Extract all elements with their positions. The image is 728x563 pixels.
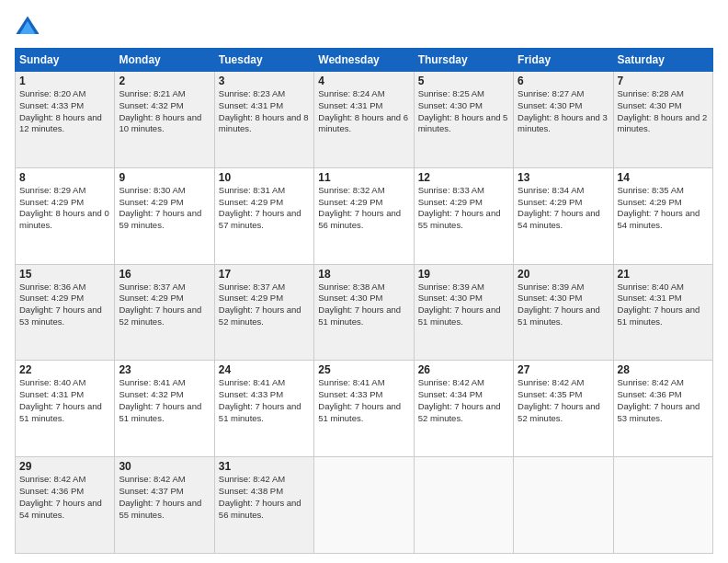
day-number: 3: [219, 75, 310, 87]
calendar-cell: 16 Sunrise: 8:37 AMSunset: 4:29 PMDaylig…: [115, 264, 214, 361]
calendar-cell: 19 Sunrise: 8:39 AMSunset: 4:30 PMDaylig…: [414, 264, 513, 361]
day-info: Sunrise: 8:42 AMSunset: 4:34 PMDaylight:…: [418, 377, 509, 424]
calendar-cell: 18 Sunrise: 8:38 AMSunset: 4:30 PMDaylig…: [314, 264, 414, 361]
day-info: Sunrise: 8:42 AMSunset: 4:37 PMDaylight:…: [119, 474, 210, 521]
day-number: 18: [318, 268, 409, 281]
day-number: 13: [518, 171, 609, 184]
calendar-cell: 21 Sunrise: 8:40 AMSunset: 4:31 PMDaylig…: [613, 264, 712, 361]
day-info: Sunrise: 8:37 AMSunset: 4:29 PMDaylight:…: [219, 282, 310, 328]
day-number: 2: [119, 75, 210, 87]
calendar-cell: 8 Sunrise: 8:29 AMSunset: 4:29 PMDayligh…: [16, 167, 115, 264]
calendar-cell: 14 Sunrise: 8:35 AMSunset: 4:29 PMDaylig…: [613, 167, 712, 264]
calendar-header-row: SundayMondayTuesdayWednesdayThursdayFrid…: [16, 49, 713, 72]
day-info: Sunrise: 8:28 AMSunset: 4:30 PMDaylight:…: [618, 88, 709, 135]
calendar-cell: 20 Sunrise: 8:39 AMSunset: 4:30 PMDaylig…: [514, 264, 613, 361]
calendar-table: SundayMondayTuesdayWednesdayThursdayFrid…: [15, 48, 713, 554]
day-info: Sunrise: 8:39 AMSunset: 4:30 PMDaylight:…: [418, 282, 509, 328]
calendar-week-1: 8 Sunrise: 8:29 AMSunset: 4:29 PMDayligh…: [16, 167, 713, 264]
day-info: Sunrise: 8:41 AMSunset: 4:33 PMDaylight:…: [318, 377, 409, 424]
calendar-cell: 29 Sunrise: 8:42 AMSunset: 4:36 PMDaylig…: [16, 457, 115, 554]
header: [15, 15, 713, 40]
day-number: 30: [119, 460, 210, 473]
day-info: Sunrise: 8:33 AMSunset: 4:29 PMDaylight:…: [418, 185, 509, 232]
day-info: Sunrise: 8:29 AMSunset: 4:29 PMDaylight:…: [19, 185, 110, 232]
day-number: 16: [119, 268, 210, 281]
day-number: 5: [418, 75, 509, 87]
calendar-cell: 30 Sunrise: 8:42 AMSunset: 4:37 PMDaylig…: [115, 457, 214, 554]
day-number: 29: [19, 460, 110, 473]
calendar-cell: [514, 457, 613, 554]
calendar-cell: 2 Sunrise: 8:21 AMSunset: 4:32 PMDayligh…: [115, 72, 214, 168]
day-number: 9: [119, 171, 210, 184]
day-header-friday: Friday: [514, 49, 613, 72]
calendar-cell: 31 Sunrise: 8:42 AMSunset: 4:38 PMDaylig…: [214, 457, 313, 554]
day-number: 14: [618, 171, 709, 184]
calendar-cell: 26 Sunrise: 8:42 AMSunset: 4:34 PMDaylig…: [414, 361, 513, 457]
day-header-monday: Monday: [115, 49, 214, 72]
day-number: 31: [219, 460, 310, 473]
calendar-cell: 1 Sunrise: 8:20 AMSunset: 4:33 PMDayligh…: [16, 72, 115, 168]
day-header-saturday: Saturday: [613, 49, 712, 72]
day-info: Sunrise: 8:41 AMSunset: 4:32 PMDaylight:…: [119, 377, 210, 424]
day-info: Sunrise: 8:42 AMSunset: 4:38 PMDaylight:…: [219, 474, 310, 521]
day-info: Sunrise: 8:20 AMSunset: 4:33 PMDaylight:…: [19, 88, 110, 135]
day-number: 17: [219, 268, 310, 281]
logo: [15, 15, 44, 40]
day-info: Sunrise: 8:25 AMSunset: 4:30 PMDaylight:…: [418, 88, 509, 135]
calendar-week-0: 1 Sunrise: 8:20 AMSunset: 4:33 PMDayligh…: [16, 72, 713, 168]
day-info: Sunrise: 8:37 AMSunset: 4:29 PMDaylight:…: [119, 282, 210, 328]
day-info: Sunrise: 8:30 AMSunset: 4:29 PMDaylight:…: [119, 185, 210, 232]
day-number: 7: [618, 75, 709, 87]
day-number: 24: [219, 363, 310, 376]
day-number: 20: [518, 268, 609, 281]
calendar-week-3: 22 Sunrise: 8:40 AMSunset: 4:31 PMDaylig…: [16, 361, 713, 457]
day-number: 21: [618, 268, 709, 281]
day-number: 22: [19, 363, 110, 376]
calendar-cell: 6 Sunrise: 8:27 AMSunset: 4:30 PMDayligh…: [514, 72, 613, 168]
calendar-week-2: 15 Sunrise: 8:36 AMSunset: 4:29 PMDaylig…: [16, 264, 713, 361]
day-header-thursday: Thursday: [414, 49, 513, 72]
calendar-cell: 24 Sunrise: 8:41 AMSunset: 4:33 PMDaylig…: [214, 361, 313, 457]
day-number: 4: [318, 75, 409, 87]
day-number: 15: [19, 268, 110, 281]
day-info: Sunrise: 8:21 AMSunset: 4:32 PMDaylight:…: [119, 88, 210, 135]
day-info: Sunrise: 8:27 AMSunset: 4:30 PMDaylight:…: [518, 88, 609, 135]
calendar-cell: 17 Sunrise: 8:37 AMSunset: 4:29 PMDaylig…: [214, 264, 313, 361]
logo-icon: [15, 15, 40, 40]
day-number: 19: [418, 268, 509, 281]
day-number: 6: [518, 75, 609, 87]
day-info: Sunrise: 8:35 AMSunset: 4:29 PMDaylight:…: [618, 185, 709, 232]
day-header-sunday: Sunday: [16, 49, 115, 72]
calendar-cell: 27 Sunrise: 8:42 AMSunset: 4:35 PMDaylig…: [514, 361, 613, 457]
day-number: 1: [19, 75, 110, 87]
calendar-cell: 15 Sunrise: 8:36 AMSunset: 4:29 PMDaylig…: [16, 264, 115, 361]
calendar-cell: 10 Sunrise: 8:31 AMSunset: 4:29 PMDaylig…: [214, 167, 313, 264]
calendar-week-4: 29 Sunrise: 8:42 AMSunset: 4:36 PMDaylig…: [16, 457, 713, 554]
day-info: Sunrise: 8:42 AMSunset: 4:35 PMDaylight:…: [518, 377, 609, 424]
calendar-cell: 23 Sunrise: 8:41 AMSunset: 4:32 PMDaylig…: [115, 361, 214, 457]
day-info: Sunrise: 8:24 AMSunset: 4:31 PMDaylight:…: [318, 88, 409, 135]
day-number: 27: [518, 363, 609, 376]
calendar-cell: 12 Sunrise: 8:33 AMSunset: 4:29 PMDaylig…: [414, 167, 513, 264]
calendar-cell: 7 Sunrise: 8:28 AMSunset: 4:30 PMDayligh…: [613, 72, 712, 168]
calendar-cell: 22 Sunrise: 8:40 AMSunset: 4:31 PMDaylig…: [16, 361, 115, 457]
calendar-cell: 28 Sunrise: 8:42 AMSunset: 4:36 PMDaylig…: [613, 361, 712, 457]
day-info: Sunrise: 8:42 AMSunset: 4:36 PMDaylight:…: [618, 377, 709, 424]
calendar-cell: [414, 457, 513, 554]
day-number: 26: [418, 363, 509, 376]
day-info: Sunrise: 8:34 AMSunset: 4:29 PMDaylight:…: [518, 185, 609, 232]
day-number: 28: [618, 363, 709, 376]
day-number: 10: [219, 171, 310, 184]
calendar-body: 1 Sunrise: 8:20 AMSunset: 4:33 PMDayligh…: [16, 72, 713, 554]
calendar-cell: 4 Sunrise: 8:24 AMSunset: 4:31 PMDayligh…: [314, 72, 414, 168]
day-info: Sunrise: 8:31 AMSunset: 4:29 PMDaylight:…: [219, 185, 310, 232]
day-info: Sunrise: 8:38 AMSunset: 4:30 PMDaylight:…: [318, 282, 409, 328]
day-number: 25: [318, 363, 409, 376]
calendar-cell: 9 Sunrise: 8:30 AMSunset: 4:29 PMDayligh…: [115, 167, 214, 264]
calendar-cell: 25 Sunrise: 8:41 AMSunset: 4:33 PMDaylig…: [314, 361, 414, 457]
day-number: 12: [418, 171, 509, 184]
day-info: Sunrise: 8:32 AMSunset: 4:29 PMDaylight:…: [318, 185, 409, 232]
day-info: Sunrise: 8:39 AMSunset: 4:30 PMDaylight:…: [518, 282, 609, 328]
day-info: Sunrise: 8:42 AMSunset: 4:36 PMDaylight:…: [19, 474, 110, 521]
calendar-cell: 11 Sunrise: 8:32 AMSunset: 4:29 PMDaylig…: [314, 167, 414, 264]
